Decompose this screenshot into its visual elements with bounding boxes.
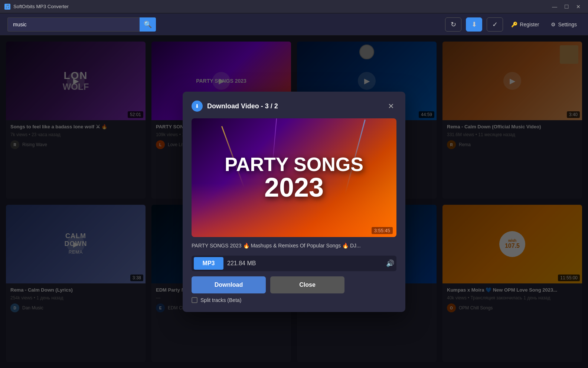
format-row: MP3 221.84 MB 🔊 [192,256,396,271]
audio-toggle-icon[interactable]: 🔊 [386,259,394,267]
search-input[interactable] [7,17,140,32]
app-title: SoftOrbits MP3 Converter [13,4,69,9]
modal-download-icon: ⬇ [192,101,203,112]
key-icon: 🔑 [511,22,517,27]
download-modal: ⬇ Download Video - 3 / 2 ✕ PARTY SONGS 2… [183,92,405,312]
modal-overlay: ⬇ Download Video - 3 / 2 ✕ PARTY SONGS 2… [0,36,588,368]
main-content: LON WOLF ▶ 52:01 Songs to feel like a ba… [0,36,588,368]
modal-thumb-bg: PARTY SONGS 2023 [192,118,396,237]
split-tracks-checkbox[interactable] [192,297,197,303]
download-button[interactable]: Download [192,276,266,293]
download-manager-button[interactable]: ⬇ [466,17,482,32]
modal-close-button[interactable]: ✕ [385,101,396,112]
register-button[interactable]: 🔑 Register [507,19,543,30]
download-icon: ⬇ [471,20,477,29]
settings-button[interactable]: ⚙ Settings [547,19,581,30]
convert-icon: ✓ [492,20,498,29]
titlebar-controls: — ☐ ✕ [549,1,584,12]
maximize-button[interactable]: ☐ [561,1,572,12]
titlebar-left: 🎵 SoftOrbits MP3 Converter [4,4,69,10]
modal-actions: Download Close [192,276,396,293]
modal-thumbnail: PARTY SONGS 2023 3:55:45 [192,118,396,237]
titlebar: 🎵 SoftOrbits MP3 Converter — ☐ ✕ [0,0,588,13]
toolbar: 🔍 ↻ ⬇ ✓ 🔑 Register ⚙ Settings [0,13,588,36]
file-size: 221.84 MB [223,260,386,267]
gear-icon: ⚙ [551,22,556,27]
search-icon: 🔍 [144,20,152,29]
refresh-icon: ↻ [451,20,456,29]
modal-title: Download Video - 3 / 2 [207,102,381,110]
close-button[interactable]: ✕ [573,1,584,12]
app-icon: 🎵 [4,4,10,10]
split-tracks-label: Split tracks (Beta) [200,297,241,303]
modal-video-title: PARTY SONGS 2023 🔥 Mashups & Remixes Of … [192,242,396,250]
refresh-button[interactable]: ↻ [445,17,461,32]
split-tracks-row[interactable]: Split tracks (Beta) [192,297,396,303]
search-button[interactable]: 🔍 [140,17,156,32]
format-container: MP3 221.84 MB 🔊 [192,256,396,271]
modal-thumb-text-1: PARTY SONGS [225,155,363,174]
modal-thumb-text-2: 2023 [225,174,363,201]
convert-button[interactable]: ✓ [487,17,503,32]
format-badge: MP3 [194,257,223,270]
minimize-button[interactable]: — [549,1,560,12]
modal-header: ⬇ Download Video - 3 / 2 ✕ [192,101,396,112]
search-box: 🔍 [7,17,156,32]
close-modal-button[interactable]: Close [270,276,344,293]
